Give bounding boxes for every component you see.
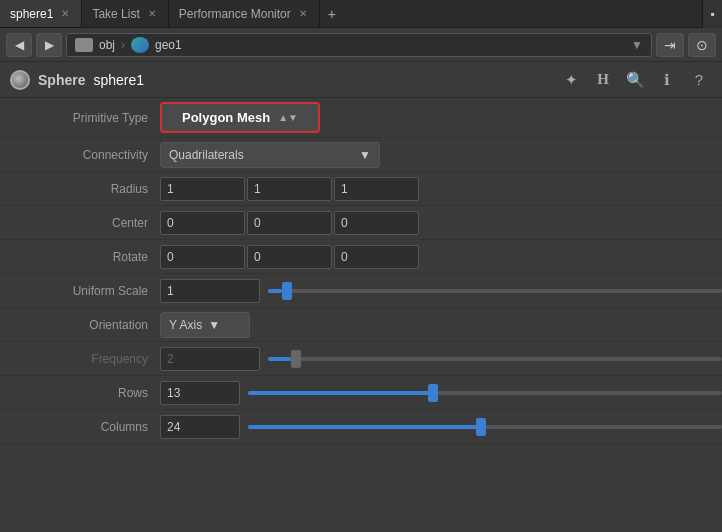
center-z-input[interactable] — [334, 211, 419, 235]
columns-slider[interactable] — [248, 415, 722, 439]
rotate-inputs — [160, 245, 722, 269]
breadcrumb-obj: obj — [99, 38, 115, 52]
orientation-arrow-icon: ▼ — [208, 318, 220, 332]
breadcrumb[interactable]: obj › geo1 ▼ — [66, 33, 652, 57]
rows-input[interactable] — [160, 381, 240, 405]
primitive-type-dropdown[interactable]: Polygon Mesh ▲▼ — [160, 102, 320, 133]
info-icon-btn[interactable]: ℹ — [654, 67, 680, 93]
header-icons: ✦ H 🔍 ℹ ? — [558, 67, 712, 93]
breadcrumb-geo-icon — [131, 37, 149, 53]
connectivity-arrow-icon: ▼ — [359, 148, 371, 162]
radius-row: Radius — [0, 172, 722, 206]
forward-button[interactable]: ▶ — [36, 33, 62, 57]
search-icon: 🔍 — [626, 71, 645, 89]
node-name-label: sphere1 — [93, 72, 550, 88]
primitive-type-text: Polygon Mesh — [182, 110, 270, 125]
settings-icon-btn[interactable]: ✦ — [558, 67, 584, 93]
uniform-scale-track — [268, 289, 722, 293]
radius-y-input[interactable] — [247, 177, 332, 201]
help-icon-btn[interactable]: ? — [686, 67, 712, 93]
uniform-scale-slider[interactable] — [268, 279, 722, 303]
nav-action-jump[interactable]: ⇥ — [656, 33, 684, 57]
help-icon: ? — [695, 71, 703, 88]
uniform-scale-fill — [268, 289, 282, 293]
back-button[interactable]: ◀ — [6, 33, 32, 57]
node-type-icon — [10, 70, 30, 90]
radius-x-input[interactable] — [160, 177, 245, 201]
header-bar: Sphere sphere1 ✦ H 🔍 ℹ ? — [0, 62, 722, 98]
uniform-scale-row: Uniform Scale — [0, 274, 722, 308]
columns-fill — [248, 425, 485, 429]
columns-row: Columns — [0, 410, 722, 444]
properties-panel: Primitive Type Polygon Mesh ▲▼ Connectiv… — [0, 98, 722, 444]
rotate-row: Rotate — [0, 240, 722, 274]
forward-icon: ▶ — [45, 38, 54, 52]
orientation-row: Orientation Y Axis ▼ — [0, 308, 722, 342]
center-y-input[interactable] — [247, 211, 332, 235]
frequency-value — [160, 347, 722, 371]
tab-add-button[interactable]: + — [320, 6, 344, 22]
tab-takelist-close[interactable]: ✕ — [146, 6, 158, 21]
tab-takelist[interactable]: Take List ✕ — [82, 0, 168, 27]
tab-perfmon-label: Performance Monitor — [179, 7, 291, 21]
back-icon: ◀ — [15, 38, 24, 52]
rotate-z-input[interactable] — [334, 245, 419, 269]
uniform-scale-label: Uniform Scale — [0, 284, 160, 298]
rotate-x-input[interactable] — [160, 245, 245, 269]
orientation-dropdown[interactable]: Y Axis ▼ — [160, 312, 250, 338]
tab-sphere1-label: sphere1 — [10, 7, 53, 21]
tab-corner-button[interactable]: ▪ — [702, 0, 722, 28]
frequency-label: Frequency — [0, 352, 160, 366]
rows-track — [248, 391, 722, 395]
columns-value — [160, 415, 722, 439]
center-x-input[interactable] — [160, 211, 245, 235]
breadcrumb-home-icon — [75, 38, 93, 52]
primitive-type-arrow-icon: ▲▼ — [278, 112, 298, 123]
tab-perfmon[interactable]: Performance Monitor ✕ — [169, 0, 320, 27]
center-row: Center — [0, 206, 722, 240]
hierarchy-icon-btn[interactable]: H — [590, 67, 616, 93]
radius-label: Radius — [0, 182, 160, 196]
rotate-label: Rotate — [0, 250, 160, 264]
tab-takelist-label: Take List — [92, 7, 139, 21]
nav-actions: ⇥ ⊙ — [656, 33, 716, 57]
connectivity-row: Connectivity Quadrilaterals ▼ — [0, 138, 722, 172]
columns-track — [248, 425, 722, 429]
frequency-slider[interactable] — [268, 347, 722, 371]
node-type-label: Sphere — [38, 72, 85, 88]
nav-action-view[interactable]: ⊙ — [688, 33, 716, 57]
tab-sphere1-close[interactable]: ✕ — [59, 6, 71, 21]
rows-row: Rows — [0, 376, 722, 410]
rows-slider[interactable] — [248, 381, 722, 405]
columns-thumb[interactable] — [476, 418, 486, 436]
orientation-text: Y Axis — [169, 318, 202, 332]
connectivity-dropdown[interactable]: Quadrilaterals ▼ — [160, 142, 380, 168]
primitive-type-row: Primitive Type Polygon Mesh ▲▼ — [0, 98, 722, 138]
rows-value — [160, 381, 722, 405]
frequency-input[interactable] — [160, 347, 260, 371]
search-icon-btn[interactable]: 🔍 — [622, 67, 648, 93]
rows-label: Rows — [0, 386, 160, 400]
rows-thumb[interactable] — [428, 384, 438, 402]
rotate-y-input[interactable] — [247, 245, 332, 269]
breadcrumb-sep: › — [121, 38, 125, 52]
center-label: Center — [0, 216, 160, 230]
columns-input[interactable] — [160, 415, 240, 439]
columns-label: Columns — [0, 420, 160, 434]
info-icon: ℹ — [664, 71, 670, 89]
tab-perfmon-close[interactable]: ✕ — [297, 6, 309, 21]
settings-icon: ✦ — [565, 71, 578, 89]
uniform-scale-thumb[interactable] — [282, 282, 292, 300]
breadcrumb-dropdown-icon: ▼ — [631, 38, 643, 52]
frequency-track — [268, 357, 722, 361]
connectivity-select-text: Quadrilaterals — [169, 148, 353, 162]
connectivity-value: Quadrilaterals ▼ — [160, 142, 722, 168]
primitive-type-label: Primitive Type — [0, 111, 160, 125]
radius-z-input[interactable] — [334, 177, 419, 201]
uniform-scale-value — [160, 279, 722, 303]
tab-sphere1[interactable]: sphere1 ✕ — [0, 0, 82, 27]
connectivity-label: Connectivity — [0, 148, 160, 162]
breadcrumb-geo: geo1 — [155, 38, 182, 52]
frequency-thumb[interactable] — [291, 350, 301, 368]
uniform-scale-input[interactable] — [160, 279, 260, 303]
